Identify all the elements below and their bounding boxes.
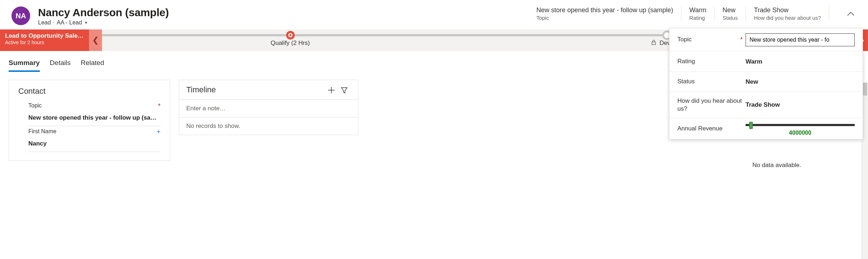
plus-icon: [328, 87, 335, 94]
recommended-indicator: +: [157, 128, 160, 136]
timeline-filter-button[interactable]: [338, 85, 351, 94]
record-title: Nancy Anderson (sample): [38, 6, 169, 19]
process-prev-button[interactable]: ❮: [89, 29, 102, 51]
slider-thumb[interactable]: [749, 122, 753, 129]
stage-qualify[interactable]: Qualify (2 Hrs): [102, 29, 479, 51]
required-indicator: *: [740, 36, 746, 44]
header-flyout-panel: Topic* Rating Warm Status New How did yo…: [669, 28, 863, 139]
flyout-topic-input[interactable]: [746, 33, 855, 46]
flyout-row-topic: Topic*: [669, 28, 863, 52]
process-title[interactable]: Lead to Opportunity Sale… Active for 2 h…: [0, 29, 89, 51]
lock-icon: [652, 40, 657, 46]
header-field-topic[interactable]: New store opened this year - follow up (…: [536, 6, 681, 21]
tab-details[interactable]: Details: [50, 59, 71, 72]
scrollbar-thumb[interactable]: [863, 83, 867, 96]
tab-summary[interactable]: Summary: [9, 59, 40, 72]
chevron-down-icon: ▼: [84, 20, 88, 25]
record-header: NA Nancy Anderson (sample) Lead · AA - L…: [0, 0, 868, 29]
title-block: Nancy Anderson (sample) Lead · AA - Lead…: [38, 6, 169, 26]
timeline-heading: Timeline: [186, 85, 325, 94]
header-field-rating[interactable]: Warm Rating: [689, 6, 714, 21]
header-field-source[interactable]: Trade Show How did you hear about us?: [754, 6, 829, 21]
field-first-name[interactable]: First Name + Nancy: [28, 128, 160, 152]
chevron-up-icon: [847, 11, 854, 16]
entity-label: Lead: [38, 19, 51, 26]
field-topic[interactable]: Topic * New store opened this year - fol…: [28, 102, 160, 126]
record-subtitle[interactable]: Lead · AA - Lead ▼: [38, 19, 169, 26]
timeline-note-input[interactable]: Enter a note…: [179, 100, 358, 117]
timeline-add-button[interactable]: [325, 85, 338, 94]
contact-card: Contact Topic * New store opened this ye…: [9, 80, 170, 161]
annual-revenue-slider[interactable]: 4000000: [746, 123, 855, 134]
stage-dot-current: [286, 31, 295, 40]
required-indicator: *: [158, 102, 160, 110]
header-collapse-toggle[interactable]: [841, 6, 861, 20]
tab-related[interactable]: Related: [81, 59, 104, 72]
flyout-row-source[interactable]: How did you hear about us? Trade Show: [669, 92, 863, 118]
right-column-empty: No data available.: [694, 156, 859, 169]
timeline-empty: No records to show.: [179, 117, 358, 135]
timeline-card: Timeline Enter a note… No records to sho…: [179, 80, 358, 135]
contact-heading: Contact: [18, 87, 160, 96]
avatar: NA: [11, 6, 30, 25]
form-selector-label: AA - Lead: [57, 19, 82, 26]
flyout-row-annual-revenue[interactable]: Annual Revenue 4000000: [669, 118, 863, 139]
filter-icon: [341, 87, 348, 94]
header-field-status[interactable]: New Status: [723, 6, 746, 21]
flyout-row-status[interactable]: Status New: [669, 72, 863, 92]
flyout-row-rating[interactable]: Rating Warm: [669, 52, 863, 72]
